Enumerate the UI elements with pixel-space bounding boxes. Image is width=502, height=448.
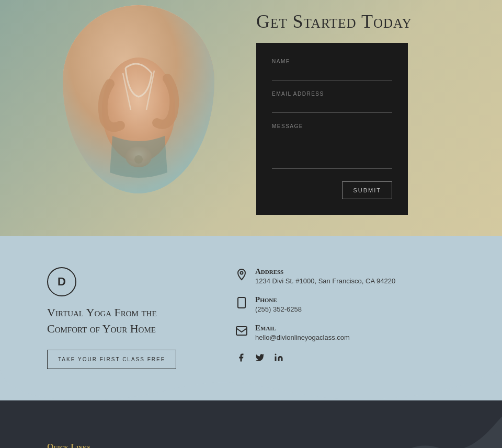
address-item: Address 1234 Divi St. #1000, San Francis…: [235, 267, 455, 285]
facebook-icon[interactable]: [235, 352, 247, 363]
quick-links-title: Quick Links: [47, 442, 455, 448]
name-input[interactable]: [272, 67, 392, 81]
email-contact-label: Email: [255, 324, 350, 332]
location-icon: [235, 268, 248, 281]
form-footer: Submit: [272, 181, 392, 199]
phone-value: (255) 352-6258: [255, 305, 302, 313]
twitter-icon[interactable]: [254, 352, 266, 363]
social-icons: [235, 352, 455, 363]
cta-button[interactable]: Take Your First Class Free: [47, 350, 176, 369]
form-title: Get Started Today: [256, 10, 471, 32]
phone-icon: [235, 296, 248, 309]
brand-tagline: Virtual Yoga From the Comfort of Your Ho…: [47, 305, 193, 337]
svg-point-4: [241, 272, 243, 274]
top-section: Get Started Today Name Email Address Mes…: [0, 0, 502, 236]
phone-label: Phone: [255, 295, 302, 304]
email-contact-text: Email hello@divionlineyogaclass.com: [255, 324, 350, 341]
svg-rect-7: [236, 327, 247, 335]
logo: D: [47, 267, 76, 296]
email-icon: [235, 325, 248, 337]
address-value: 1234 Divi St. #1000, San Francisco, CA 9…: [255, 277, 395, 285]
middle-inner: D Virtual Yoga From the Comfort of Your …: [16, 267, 486, 369]
svg-rect-5: [238, 297, 245, 308]
email-item: Email hello@divionlineyogaclass.com: [235, 324, 455, 341]
footer-links: Quick Links Home About Join Classes Pric…: [16, 442, 486, 448]
message-label: Message: [272, 123, 392, 129]
blob-right: [366, 396, 502, 448]
email-label: Email Address: [272, 91, 392, 97]
address-text: Address 1234 Divi St. #1000, San Francis…: [255, 267, 395, 285]
contact-form: Name Email Address Message Submit: [256, 43, 408, 215]
svg-point-8: [275, 354, 277, 355]
brand-column: D Virtual Yoga From the Comfort of Your …: [47, 267, 193, 369]
message-input[interactable]: [272, 132, 392, 169]
email-input[interactable]: [272, 100, 392, 113]
phone-item: Phone (255) 352-6258: [235, 295, 455, 313]
email-field: Email Address: [272, 91, 392, 113]
yoga-image: [63, 5, 214, 193]
form-column: Get Started Today Name Email Address Mes…: [246, 0, 502, 236]
message-field: Message: [272, 123, 392, 171]
address-label: Address: [255, 267, 395, 276]
contact-column: Address 1234 Divi St. #1000, San Francis…: [235, 267, 455, 369]
email-contact-value: hello@divionlineyogaclass.com: [255, 334, 350, 341]
image-column: [0, 0, 246, 193]
submit-button[interactable]: Submit: [342, 181, 392, 199]
footer-section: Quick Links Home About Join Classes Pric…: [0, 400, 502, 448]
logo-letter: D: [58, 275, 66, 289]
phone-text: Phone (255) 352-6258: [255, 295, 302, 313]
name-field: Name: [272, 59, 392, 81]
name-label: Name: [272, 59, 392, 64]
linkedin-icon[interactable]: [273, 352, 284, 363]
